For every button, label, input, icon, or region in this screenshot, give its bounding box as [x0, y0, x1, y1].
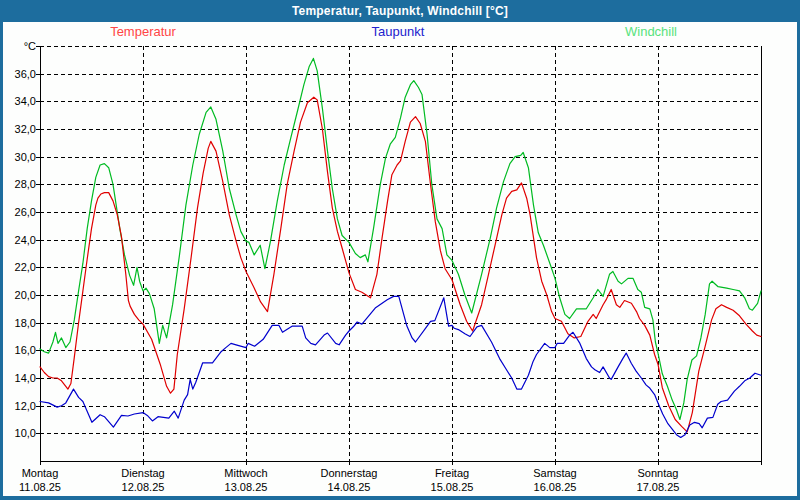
day-name: Donnerstag	[297, 467, 401, 480]
day-date: 14.08.25	[297, 481, 401, 494]
x-day-label: Sonntag17.08.25	[606, 467, 710, 494]
day-date: 13.08.25	[194, 481, 298, 494]
day-date: 16.08.25	[503, 481, 607, 494]
day-name: Dienstag	[91, 467, 195, 480]
chart-plot-area	[0, 0, 800, 500]
y-tick-label: 24,0	[4, 234, 36, 246]
y-axis-unit-label: °C	[4, 40, 36, 52]
y-tick-label: 32,0	[4, 123, 36, 135]
series-line-windchill	[40, 58, 761, 419]
y-tick-label: 16,0	[4, 344, 36, 356]
day-name: Mittwoch	[194, 467, 298, 480]
day-date: 15.08.25	[400, 481, 504, 494]
y-tick-label: 20,0	[4, 289, 36, 301]
y-tick-label: 12,0	[4, 400, 36, 412]
series-line-temperatur	[40, 97, 761, 432]
x-day-label: Dienstag12.08.25	[91, 467, 195, 494]
y-tick-label: 28,0	[4, 178, 36, 190]
y-tick-label: 22,0	[4, 261, 36, 273]
x-day-label: Samstag16.08.25	[503, 467, 607, 494]
x-day-label: Montag11.08.25	[0, 467, 92, 494]
y-tick-label: 14,0	[4, 372, 36, 384]
axes-frame	[36, 46, 762, 465]
day-name: Freitag	[400, 467, 504, 480]
day-date: 12.08.25	[91, 481, 195, 494]
day-date: 17.08.25	[606, 481, 710, 494]
y-tick-label: 30,0	[4, 151, 36, 163]
day-date: 11.08.25	[0, 481, 92, 494]
chart-window: Temperatur, Taupunkt, Windchill [°C] Tem…	[0, 0, 800, 500]
y-tick-label: 36,0	[4, 68, 36, 80]
day-name: Sonntag	[606, 467, 710, 480]
y-tick-label: 34,0	[4, 95, 36, 107]
day-name: Montag	[0, 467, 92, 480]
y-tick-label: 10,0	[4, 427, 36, 439]
y-tick-label: 26,0	[4, 206, 36, 218]
day-name: Samstag	[503, 467, 607, 480]
gridlines	[40, 46, 761, 461]
x-day-label: Mittwoch13.08.25	[194, 467, 298, 494]
x-day-label: Donnerstag14.08.25	[297, 467, 401, 494]
y-tick-label: 18,0	[4, 317, 36, 329]
x-day-label: Freitag15.08.25	[400, 467, 504, 494]
